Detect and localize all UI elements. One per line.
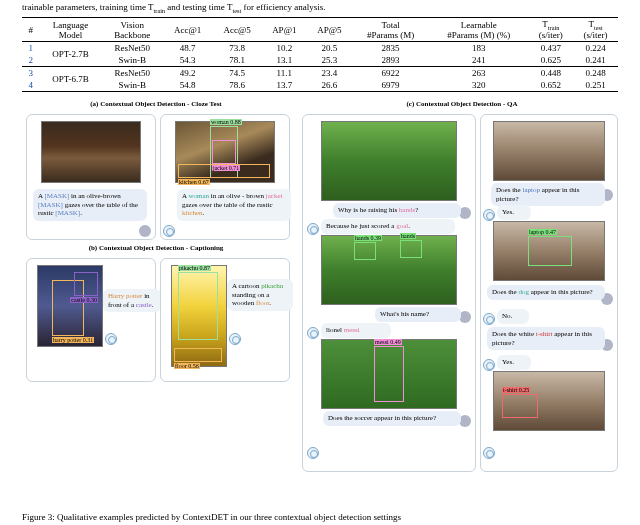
- card-b-right: pikachu 0.87 floor 0.56 A cartoon pikach…: [160, 258, 290, 382]
- bbox-label: castle 0.30: [70, 297, 98, 303]
- qa-a6: Yes.: [497, 355, 531, 369]
- qa-a4: Yes.: [497, 205, 531, 219]
- avatar-bot-icon: [307, 223, 319, 235]
- table-row: 1 OPT-2.7B ResNet50 48.7 73.8 10.2 20.5 …: [22, 42, 618, 55]
- th-vb: VisionBackbone: [102, 17, 164, 42]
- table-caption-fragment: trainable parameters, training time Ttra…: [0, 0, 640, 15]
- bbox-label: t-shirt 0.25: [502, 387, 530, 393]
- avatar-bot-icon: [105, 333, 117, 345]
- qa-q2: What's his name?: [375, 307, 461, 321]
- table-row: 2 Swin-B 54.3 78.1 13.1 25.3 2893 241 0.…: [22, 54, 618, 67]
- panel-title-c: (c) Contextual Object Detection - QA: [332, 100, 592, 108]
- thumb-bartender-det: woman 0.88 jacket 0.71 kitchen 0.67: [175, 121, 275, 183]
- avatar-bot-icon: [483, 313, 495, 325]
- bbox-label: laptop 0.47: [528, 229, 557, 235]
- thumb-messi-goal: [321, 121, 457, 201]
- qa-q1: Why is he raising his hands?: [333, 203, 461, 217]
- thumb-hp: harry potter 0.31 castle 0.30: [37, 265, 103, 347]
- thumb-laptop2: laptop 0.47: [493, 221, 605, 281]
- panel-title-a: (a) Contextual Object Detection - Cloze …: [26, 100, 286, 108]
- cloze-bot-bubble: A woman in an olive - brown jacket gazes…: [177, 189, 291, 220]
- qa-q4: Does the laptop appear in this picture?: [491, 183, 605, 206]
- figure-3: (a) Contextual Object Detection - Cloze …: [22, 100, 618, 470]
- bbox-label: floor 0.56: [174, 363, 200, 369]
- th-ttr: Ttrain(s/iter): [528, 17, 573, 42]
- thumb-bartender: [41, 121, 141, 183]
- bbox-label: hands 0.39: [354, 235, 382, 241]
- th-ap5: AP@5: [307, 17, 352, 42]
- bbox-label: pikachu 0.87: [178, 265, 211, 271]
- thumb-messi-hands: hands 0.39 hands: [321, 235, 457, 305]
- table-row: 3 OPT-6.7B ResNet50 49.2 74.5 11.1 23.4 …: [22, 67, 618, 80]
- thumb-messi-name: messi 0.49: [321, 339, 457, 409]
- avatar-user-icon: [139, 225, 151, 237]
- bbox-label: messi 0.49: [374, 339, 402, 345]
- card-a-left: A [MASK] in an olive-brown [MASK] gazes …: [26, 114, 156, 240]
- th-lp: Learnable#Params (M) (%): [429, 17, 528, 42]
- cloze-user-bubble: A [MASK] in an olive-brown [MASK] gazes …: [33, 189, 147, 220]
- table-row: 4 Swin-B 54.8 78.6 13.7 26.6 6979 320 0.…: [22, 79, 618, 92]
- th-tp: Total#Params (M): [352, 17, 429, 42]
- th-lm: LanguageModel: [39, 17, 101, 42]
- bbox-label: hands: [400, 233, 416, 239]
- avatar-bot-icon: [483, 209, 495, 221]
- th-ap1: AP@1: [262, 17, 307, 42]
- card-b-left: harry potter 0.31 castle 0.30 Harry pott…: [26, 258, 156, 382]
- card-a-right: woman 0.88 jacket 0.71 kitchen 0.67 A wo…: [160, 114, 290, 240]
- thumb-laptop1: [493, 121, 605, 181]
- avatar-bot-icon: [307, 447, 319, 459]
- thumb-tshirt: t-shirt 0.25: [493, 371, 605, 431]
- avatar-bot-icon: [483, 447, 495, 459]
- card-c-left: Why is he raising his hands? Because he …: [302, 114, 476, 472]
- th-a5: Acc@5: [212, 17, 261, 42]
- bbox-label: woman 0.88: [210, 119, 242, 125]
- thumb-pika: pikachu 0.87 floor 0.56: [171, 265, 227, 367]
- qa-a5: No.: [497, 309, 529, 323]
- caption-pika: A cartoon pikachu standing on a wooden f…: [227, 279, 293, 310]
- th-tte: Ttest(s/iter): [573, 17, 618, 42]
- caption-hp: Harry potter in front of a castle.: [103, 289, 161, 312]
- card-c-right: Does the laptop appear in this picture? …: [480, 114, 618, 472]
- qa-q3: Does the soccer appear in this picture?: [323, 411, 461, 425]
- qa-a1: Because he just scored a goal.: [321, 219, 455, 233]
- qa-q6: Does the white t-shirt appear in this pi…: [487, 327, 605, 350]
- qa-a2: lionel messi: [321, 323, 391, 337]
- results-table: # LanguageModel VisionBackbone Acc@1 Acc…: [22, 17, 618, 93]
- avatar-bot-icon: [307, 327, 319, 339]
- panel-title-b: (b) Contextual Object Detection - Captio…: [26, 244, 286, 252]
- th-idx: #: [22, 17, 39, 42]
- avatar-bot-icon: [483, 359, 495, 371]
- bbox-label: kitchen 0.67: [178, 179, 210, 185]
- avatar-bot-icon: [229, 333, 241, 345]
- th-a1: Acc@1: [163, 17, 212, 42]
- avatar-bot-icon: [163, 225, 175, 237]
- qa-q5: Does the dog appear in this picture?: [487, 285, 605, 299]
- bbox-label: harry potter 0.31: [52, 337, 94, 343]
- figure-caption: Figure 3: Qualitative examples predicted…: [22, 512, 618, 522]
